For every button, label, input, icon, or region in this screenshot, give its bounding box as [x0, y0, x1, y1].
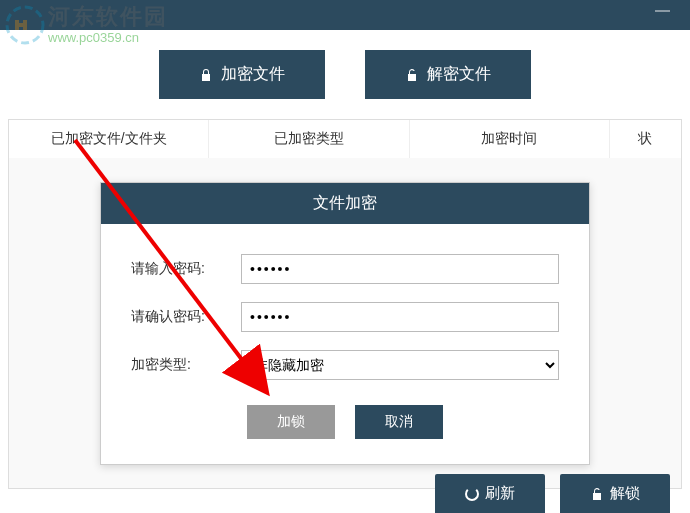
password-label: 请输入密码: — [131, 260, 241, 278]
unlock-icon — [405, 68, 419, 82]
decrypt-label: 解密文件 — [427, 64, 491, 85]
col-encrypt-time[interactable]: 加密时间 — [410, 120, 610, 158]
confirm-label: 请确认密码: — [131, 308, 241, 326]
confirm-row: 请确认密码: — [131, 302, 559, 332]
window-header — [0, 0, 690, 30]
table-header-row: 已加密文件/文件夹 已加密类型 加密时间 状 — [9, 120, 681, 158]
top-button-bar: 加密文件 解密文件 — [0, 30, 690, 119]
lock-icon — [199, 68, 213, 82]
confirm-input[interactable] — [241, 302, 559, 332]
encrypt-file-button[interactable]: 加密文件 — [159, 50, 325, 99]
type-label: 加密类型: — [131, 356, 241, 374]
encrypt-label: 加密文件 — [221, 64, 285, 85]
table-body: 文件加密 请输入密码: 请确认密码: 加密类型: 非隐藏加密 加锁 — [9, 158, 681, 488]
minimize-button[interactable] — [655, 10, 670, 12]
dialog-title: 文件加密 — [101, 183, 589, 224]
dialog-button-row: 加锁 取消 — [131, 405, 559, 439]
lock-button[interactable]: 加锁 — [247, 405, 335, 439]
cancel-button[interactable]: 取消 — [355, 405, 443, 439]
refresh-label: 刷新 — [485, 484, 515, 503]
encrypt-type-select[interactable]: 非隐藏加密 — [241, 350, 559, 380]
bottom-bar: 刷新 解锁 — [435, 474, 670, 513]
file-table: 已加密文件/文件夹 已加密类型 加密时间 状 文件加密 请输入密码: 请确认密码… — [8, 119, 682, 489]
dialog-body: 请输入密码: 请确认密码: 加密类型: 非隐藏加密 加锁 取消 — [101, 224, 589, 464]
type-row: 加密类型: 非隐藏加密 — [131, 350, 559, 380]
refresh-button[interactable]: 刷新 — [435, 474, 545, 513]
col-encrypt-type[interactable]: 已加密类型 — [209, 120, 409, 158]
decrypt-file-button[interactable]: 解密文件 — [365, 50, 531, 99]
password-input[interactable] — [241, 254, 559, 284]
unlock-label: 解锁 — [610, 484, 640, 503]
encrypt-dialog: 文件加密 请输入密码: 请确认密码: 加密类型: 非隐藏加密 加锁 — [100, 182, 590, 465]
unlock-button[interactable]: 解锁 — [560, 474, 670, 513]
password-row: 请输入密码: — [131, 254, 559, 284]
unlock-icon — [590, 487, 604, 501]
col-encrypted-file[interactable]: 已加密文件/文件夹 — [9, 120, 209, 158]
refresh-icon — [465, 487, 479, 501]
col-status[interactable]: 状 — [610, 120, 681, 158]
